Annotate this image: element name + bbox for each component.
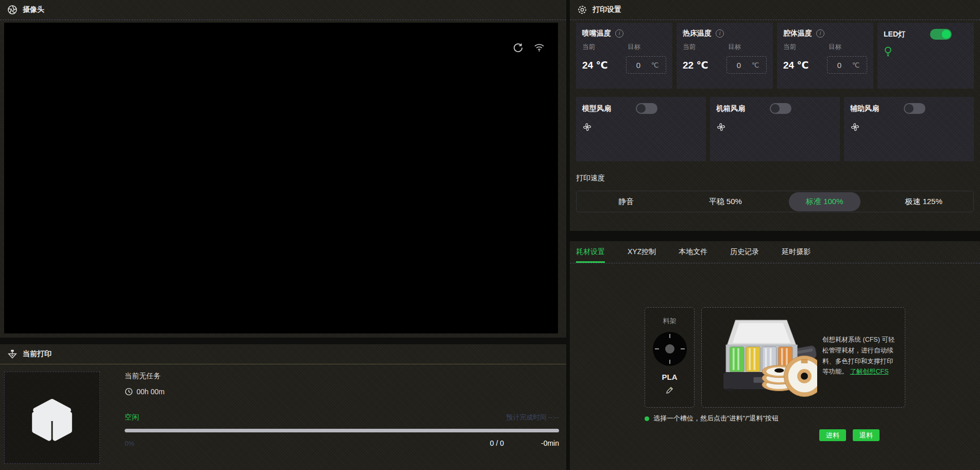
case-fan-card: 机箱风扇 [710, 97, 840, 161]
status-dot [645, 416, 649, 421]
chamber-temp-card: 腔体温度 i 当前 目标 24 ℃ ℃ [777, 23, 873, 89]
nozzle-temp-card: 喷嘴温度 i 当前 目标 24 ℃ ℃ [576, 23, 672, 89]
led-toggle[interactable] [930, 29, 952, 40]
speed-option-label: 平稳 50% [709, 197, 742, 207]
camera-stream [4, 23, 558, 333]
nozzle-target-input[interactable] [627, 60, 650, 70]
current-label: 当前 [783, 43, 829, 52]
nozzle-icon [7, 349, 18, 360]
cfs-learn-more-link[interactable]: 了解创想CFS [850, 368, 888, 375]
print-thumbnail [4, 372, 100, 464]
nozzle-target-input-box: ℃ [626, 56, 666, 74]
slot-hint-text: 选择一个槽位，然后点击"进料"/"退料"按钮 [653, 414, 779, 423]
tab-filament-settings[interactable]: 耗材设置 [576, 247, 605, 263]
aperture-icon [7, 5, 18, 15]
chamber-current-temp: 24 ℃ [783, 59, 827, 71]
current-print-header: 当前打印 [0, 344, 566, 364]
speed-option-label: 静音 [618, 197, 634, 207]
speed-option-50[interactable]: 平稳 50% [676, 191, 775, 212]
spool-icon [653, 332, 687, 366]
task-status-text: 当前无任务 [125, 372, 559, 381]
chamber-target-input-box: ℃ [827, 56, 867, 74]
rack-label: 料架 [663, 316, 677, 326]
print-settings-title: 打印设置 [593, 5, 621, 14]
nozzle-temp-label: 喷嘴温度 [582, 29, 611, 38]
led-card: LED灯 [877, 23, 974, 89]
target-label: 目标 [728, 43, 741, 52]
case-fan-toggle[interactable] [770, 103, 791, 114]
current-print-panel: 当前打印 当前无任务 0 [0, 344, 566, 470]
bed-temp-label: 热床温度 [683, 29, 712, 38]
progress-bar [125, 429, 559, 432]
info-icon[interactable]: i [716, 29, 724, 38]
led-label: LED灯 [884, 30, 905, 39]
tab-history[interactable]: 历史记录 [730, 247, 759, 263]
fan-icon [716, 122, 726, 132]
aux-fan-label: 辅助风扇 [850, 104, 879, 113]
refresh-icon[interactable] [513, 42, 523, 53]
speed-option-125[interactable]: 极速 125% [874, 191, 974, 212]
tab-xyz-control[interactable]: XYZ控制 [628, 247, 656, 263]
bed-temp-card: 热床温度 i 当前 目标 22 ℃ ℃ [677, 23, 773, 89]
eta-text: 预计完成时间 --:-- [506, 413, 559, 422]
camera-header: 摄像头 [0, 0, 566, 20]
chamber-temp-label: 腔体温度 [783, 29, 812, 38]
speed-option-100-selected[interactable]: 标准 100% [775, 191, 874, 212]
info-icon[interactable]: i [615, 29, 623, 38]
case-fan-label: 机箱风扇 [716, 104, 745, 113]
tab-local-files[interactable]: 本地文件 [679, 247, 707, 263]
aux-fan-toggle[interactable] [904, 103, 925, 114]
clock-icon [125, 388, 133, 396]
fan-icon [850, 122, 860, 132]
print-settings-header: 打印设置 [570, 0, 980, 20]
target-label: 目标 [829, 43, 841, 52]
filament-tabs-panel: 耗材设置 XYZ控制 本地文件 历史记录 延时摄影 料架 PLA [570, 241, 980, 470]
aux-fan-card: 辅助风扇 [844, 97, 974, 161]
nozzle-unit: ℃ [651, 61, 659, 69]
model-fan-toggle[interactable] [636, 103, 657, 114]
speed-option-silent[interactable]: 静音 [577, 191, 676, 212]
tab-timelapse[interactable]: 延时摄影 [782, 247, 810, 263]
print-speed-selector: 静音 平稳 50% 标准 100% 极速 125% [576, 191, 974, 212]
camera-title: 摄像头 [23, 5, 44, 14]
bed-target-input[interactable] [727, 60, 751, 70]
print-settings-panel: 打印设置 喷嘴温度 i 当前 目标 24 ℃ ℃ [570, 0, 980, 231]
cfs-illustration [708, 313, 817, 402]
bed-current-temp: 22 ℃ [683, 59, 726, 71]
cube-icon [28, 394, 76, 442]
current-print-title: 当前打印 [23, 349, 52, 359]
load-filament-button[interactable]: 进料 [819, 429, 846, 441]
print-speed-label: 打印速度 [576, 174, 974, 183]
chamber-unit: ℃ [852, 61, 860, 69]
current-label: 当前 [582, 43, 628, 52]
camera-panel: 摄像头 [0, 0, 566, 338]
edit-pencil-icon[interactable] [666, 386, 674, 394]
layer-count: 0 / 0 [490, 439, 504, 447]
elapsed-time: 00h 00m [137, 388, 164, 396]
progress-percent: 0% [125, 440, 134, 447]
remaining-time: -0min [541, 439, 559, 447]
fan-icon [582, 122, 592, 132]
material-name: PLA [662, 373, 678, 381]
model-fan-label: 模型风扇 [582, 104, 611, 113]
chamber-target-input[interactable] [827, 60, 851, 70]
unload-filament-button[interactable]: 退料 [853, 429, 880, 441]
wifi-icon[interactable] [534, 42, 545, 53]
printer-state: 空闲 [125, 413, 139, 422]
speed-option-label: 极速 125% [905, 197, 942, 207]
tab-bar: 耗材设置 XYZ控制 本地文件 历史记录 延时摄影 [570, 241, 980, 263]
info-icon[interactable]: i [816, 29, 824, 38]
gear-icon [577, 5, 587, 15]
bed-target-input-box: ℃ [726, 56, 767, 74]
current-label: 当前 [683, 43, 728, 52]
speed-option-label: 标准 100% [789, 192, 860, 211]
target-label: 目标 [628, 43, 640, 52]
bed-unit: ℃ [752, 61, 759, 69]
spool-rack-slot[interactable]: 料架 PLA [645, 307, 695, 408]
model-fan-card: 模型风扇 [576, 97, 706, 161]
cfs-card: 创想耗材系统 (CFS) 可轻松管理耗材，进行自动续料、多色打印和支撑打印等功能… [701, 307, 905, 408]
bulb-icon [884, 46, 892, 58]
nozzle-current-temp: 24 ℃ [582, 59, 626, 71]
